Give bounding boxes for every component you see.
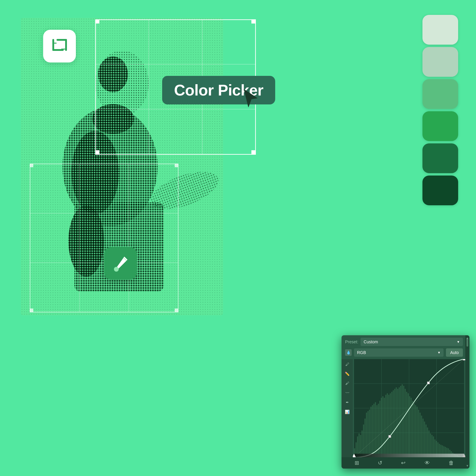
swatch-3[interactable] <box>422 79 458 109</box>
svg-rect-83 <box>408 393 409 457</box>
crop-icon-svg <box>50 37 69 56</box>
svg-rect-89 <box>416 407 418 457</box>
svg-rect-123 <box>427 382 430 384</box>
svg-rect-52 <box>361 430 363 457</box>
curves-main-area: 🖊 ✏️ 🖋 〰 ✒ 📊 <box>342 359 469 457</box>
svg-rect-69 <box>387 393 388 457</box>
svg-rect-57 <box>369 410 370 457</box>
svg-rect-84 <box>409 396 410 457</box>
svg-rect-79 <box>402 384 403 457</box>
curves-graph <box>353 359 465 457</box>
svg-rect-58 <box>370 407 372 457</box>
svg-point-8 <box>71 131 119 214</box>
svg-rect-122 <box>389 435 391 438</box>
svg-rect-81 <box>405 389 406 457</box>
auto-button[interactable]: Auto <box>446 348 463 357</box>
preset-chevron-icon: ▼ <box>457 340 460 344</box>
svg-rect-74 <box>394 389 395 457</box>
crop-tool-icon[interactable] <box>43 30 76 62</box>
svg-rect-94 <box>424 422 425 457</box>
scroll-down-icon[interactable]: ▼ <box>466 464 469 467</box>
svg-rect-87 <box>414 404 415 457</box>
swatch-1[interactable] <box>422 15 458 45</box>
svg-rect-72 <box>391 392 392 457</box>
svg-marker-39 <box>244 89 257 107</box>
channel-row: 💧 RGB ▼ Auto <box>342 348 469 359</box>
swatches-panel <box>422 15 461 205</box>
tool-histogram-icon[interactable]: 📊 <box>344 408 350 415</box>
svg-rect-75 <box>396 387 397 457</box>
tool-pen2-icon[interactable]: 🖋 <box>344 380 350 386</box>
cursor-arrow <box>241 88 265 112</box>
svg-rect-92 <box>421 416 422 457</box>
footer-icon-4[interactable]: 👁 <box>425 460 430 466</box>
svg-rect-65 <box>381 398 382 457</box>
svg-rect-59 <box>372 405 373 457</box>
tool-eyedropper-icon[interactable]: 🖊 <box>344 361 350 367</box>
svg-rect-97 <box>428 430 430 457</box>
preset-select[interactable]: Custom ▼ <box>361 338 463 346</box>
svg-rect-88 <box>415 405 416 457</box>
svg-rect-66 <box>382 396 383 457</box>
svg-rect-96 <box>427 428 428 457</box>
tool-anchor-icon[interactable]: ✒ <box>344 399 350 405</box>
svg-rect-17 <box>65 39 67 51</box>
svg-rect-80 <box>403 386 404 457</box>
svg-rect-53 <box>363 425 364 457</box>
curves-scrollbar[interactable]: ▲ ▼ <box>465 335 469 469</box>
tool-curve-icon[interactable]: 〰 <box>344 389 350 396</box>
svg-rect-95 <box>425 425 427 457</box>
svg-point-13 <box>92 104 134 134</box>
svg-rect-76 <box>397 389 398 457</box>
svg-rect-60 <box>373 404 375 457</box>
svg-rect-61 <box>375 402 376 457</box>
preset-label: Preset: <box>345 339 358 344</box>
svg-rect-82 <box>406 392 407 457</box>
svg-rect-64 <box>379 401 381 457</box>
paint-brush-icon[interactable] <box>104 247 137 280</box>
svg-rect-62 <box>376 405 378 457</box>
paint-brush-svg <box>111 254 130 273</box>
curves-graph-container <box>353 359 465 457</box>
svg-rect-124 <box>463 359 465 360</box>
channel-select[interactable]: RGB ▼ <box>354 348 444 357</box>
footer-icon-1[interactable]: ⊞ <box>355 460 359 466</box>
svg-rect-54 <box>364 419 366 457</box>
svg-rect-91 <box>419 413 421 457</box>
swatch-2[interactable] <box>422 47 458 77</box>
footer-icon-3[interactable]: ↩ <box>401 460 405 466</box>
curves-tools: 🖊 ✏️ 🖋 〰 ✒ 📊 <box>342 359 353 457</box>
svg-rect-68 <box>385 395 386 457</box>
scroll-up-icon[interactable]: ▲ <box>466 336 469 340</box>
swatch-6[interactable] <box>422 176 458 205</box>
svg-rect-55 <box>366 413 367 457</box>
footer-icon-5[interactable]: 🗑 <box>449 460 454 466</box>
preset-row: Preset: Custom ▼ <box>342 335 469 348</box>
channel-chevron-icon: ▼ <box>437 351 441 354</box>
swatch-4[interactable] <box>422 111 458 141</box>
curves-panel: ▲ ▼ Preset: Custom ▼ 💧 RGB ▼ Auto 🖊 ✏️ 🖋… <box>342 335 469 469</box>
svg-point-10 <box>68 205 104 277</box>
footer-icon-2[interactable]: ↺ <box>378 460 382 466</box>
svg-point-12 <box>98 57 128 92</box>
svg-rect-86 <box>412 401 413 457</box>
svg-rect-90 <box>418 410 419 457</box>
svg-point-20 <box>114 267 119 272</box>
swatch-5[interactable] <box>422 143 458 173</box>
svg-rect-125 <box>354 454 464 457</box>
svg-rect-73 <box>393 390 394 457</box>
curves-footer: ⊞ ↺ ↩ 👁 🗑 <box>342 457 469 469</box>
eyedropper-icon[interactable]: 💧 <box>345 349 352 356</box>
svg-rect-56 <box>367 411 369 457</box>
tool-pencil-icon[interactable]: ✏️ <box>344 370 350 377</box>
svg-rect-93 <box>422 419 424 457</box>
svg-rect-67 <box>384 398 385 457</box>
